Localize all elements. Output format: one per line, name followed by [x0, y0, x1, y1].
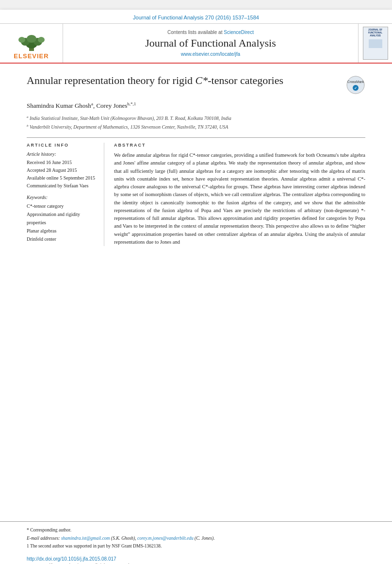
page: Journal of Functional Analysis 270 (2016… [0, 10, 392, 564]
article-info-column: ARTICLE INFO Article history: Received 1… [27, 143, 104, 246]
journal-name: Journal of Functional Analysis [145, 37, 276, 50]
affiliation-b: b Vanderbilt University, Department of M… [27, 123, 365, 131]
abstract-text: We define annular algebras for rigid C*-… [114, 151, 365, 246]
accepted-date: Accepted 28 August 2015 [27, 166, 97, 174]
svg-point-4 [27, 35, 36, 43]
footnote-area: * Corresponding author. E-mail addresses… [0, 521, 392, 553]
journal-thumbnail: JOURNAL OFFUNCTIONALANALYSIS [363, 27, 388, 60]
keyword-3: Planar algebras [27, 227, 97, 235]
svg-text:✓: ✓ [354, 86, 357, 90]
email1-name: (S.K. Ghosh), [111, 536, 136, 541]
article-info-section-label: ARTICLE INFO [27, 143, 97, 148]
author2-super: b,*,1 [127, 101, 136, 106]
crossmark-badge[interactable]: CrossMark ✓ [346, 75, 365, 95]
journal-header: ELSEVIER Contents lists available at Sci… [0, 23, 392, 64]
keywords-label: Keywords: [27, 195, 97, 200]
contents-available-line: Contents lists available at ScienceDirec… [167, 30, 254, 35]
email2-name: (C. Jones). [195, 536, 214, 541]
journal-ref-text: Journal of Functional Analysis 270 (2016… [133, 15, 259, 20]
info-abstract-columns: ARTICLE INFO Article history: Received 1… [27, 137, 365, 246]
abstract-section-label: ABSTRACT [114, 143, 365, 148]
elsevier-tree-icon [15, 33, 49, 51]
journal-thumbnail-block: JOURNAL OFFUNCTIONALANALYSIS [358, 24, 392, 63]
doi-link[interactable]: http://dx.doi.org/10.1016/j.jfa.2015.08.… [27, 556, 116, 562]
journal-url: www.elsevier.com/locate/jfa [181, 51, 240, 57]
author1-name: Shamindra Kumar Ghosh [27, 102, 91, 109]
authors-line: Shamindra Kumar Ghosha, Corey Jonesb,*,1 [27, 101, 365, 110]
keyword-4: Drinfeld center [27, 235, 97, 243]
sciencedirect-link[interactable]: ScienceDirect [224, 30, 254, 35]
elsevier-wordmark: ELSEVIER [14, 52, 49, 60]
communicated-by: Communicated by Stefaan Vaes [27, 182, 97, 190]
article-history-label: Article history: [27, 151, 97, 157]
keyword-2: Approximation and rigidity properties [27, 210, 97, 227]
footnote-1: 1 The second author was supported in par… [27, 543, 365, 549]
journal-reference: Journal of Functional Analysis 270 (2016… [0, 10, 392, 23]
svg-text:CrossMark: CrossMark [347, 80, 364, 83]
journal-header-center: Contents lists available at ScienceDirec… [63, 24, 358, 63]
abstract-column: ABSTRACT We define annular algebras for … [114, 143, 365, 246]
author2-name: Corey Jones [96, 102, 127, 109]
available-date: Available online 5 September 2015 [27, 174, 97, 182]
main-content: Annular representation theory for rigid … [0, 64, 392, 521]
affiliations-block: a India Statistical Institute, Stat-Math… [27, 115, 365, 131]
thumb-title: JOURNAL OFFUNCTIONALANALYSIS [368, 29, 382, 37]
author1-super: a [91, 101, 93, 106]
elsevier-logo-block: ELSEVIER [0, 24, 63, 63]
email-label: E-mail addresses: [27, 536, 60, 541]
email-footnote: E-mail addresses: shamindra.ist@gmail.co… [27, 535, 365, 542]
received-date: Received 16 June 2015 [27, 159, 97, 166]
svg-point-6 [38, 37, 45, 43]
svg-point-5 [18, 37, 25, 43]
corresponding-author-note: * Corresponding author. [27, 527, 365, 533]
doi-line: http://dx.doi.org/10.1016/j.jfa.2015.08.… [0, 553, 392, 563]
email1-link[interactable]: shamindra.ist@gmail.com [61, 536, 110, 541]
thumb-logo [369, 39, 382, 48]
article-title-text: Annular representation theory for rigid … [27, 73, 346, 88]
keyword-1: C*-tensor category [27, 202, 97, 210]
email2-link[interactable]: corey.m.jones@vanderbilt.edu [137, 536, 194, 541]
affiliation-a: a India Statistical Institute, Stat-Math… [27, 115, 365, 122]
article-title-block: Annular representation theory for rigid … [27, 73, 365, 95]
contents-text: Contents lists available at [167, 30, 222, 35]
